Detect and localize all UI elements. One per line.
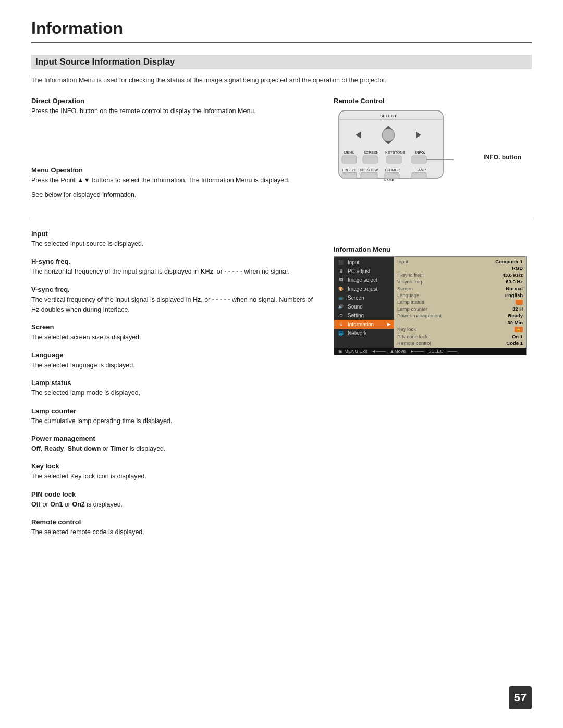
info-value-remote-ctrl: Code 1 (506, 340, 523, 346)
info-label-vsync: V-sync freq. (397, 279, 423, 285)
info-button-label: INFO. button (483, 154, 521, 161)
info-value-vsync: 60.0 Hz (506, 279, 523, 285)
bottom-bar-nav1: ◄—— (372, 349, 386, 354)
field-input-title: Input (31, 230, 318, 238)
svg-rect-12 (342, 156, 357, 163)
info-value-language: English (505, 292, 523, 298)
info-label-lamp-counter: Lamp counter (397, 306, 427, 312)
field-lamp-status-body: The selected lamp mode is displayed. (31, 388, 318, 398)
field-language: Language The selected language is displa… (31, 351, 318, 371)
menu-item-setting[interactable]: ⚙ Setting (334, 311, 394, 320)
svg-text:NO SHOW: NO SHOW (360, 168, 378, 172)
bottom-right: Information Menu ⬛ Input 🖥 PC adjust (334, 230, 532, 546)
info-row-hsync: H-sync freq. 43.6 KHz (397, 272, 523, 278)
field-language-title: Language (31, 351, 318, 359)
svg-rect-23 (385, 172, 399, 179)
field-lamp-counter-title: Lamp counter (31, 407, 318, 415)
key-lock-badge: 🔒 (515, 327, 523, 332)
info-row-rgb: RGB (397, 265, 523, 272)
direct-operation-title: Direct Operation (31, 97, 318, 105)
menu-item-screen-label: Screen (348, 295, 364, 301)
page-number: 57 (509, 686, 532, 709)
menu-item-info-label: Information (348, 322, 374, 327)
svg-text:INFO.: INFO. (415, 151, 425, 154)
field-power-mgmt-title: Power management (31, 435, 318, 442)
menu-item-network-label: Network (348, 330, 367, 336)
bottom-bar-menu: ▣ MENU Exit (338, 349, 368, 354)
field-vsync-body: The vertical frequency of the input sign… (31, 295, 318, 315)
arrow-right-icon: ▶ (387, 322, 391, 327)
menu-item-img-select-label: Image select (348, 277, 377, 283)
sound-icon: 🔊 (337, 304, 345, 309)
field-lamp-counter-body: The cumulative lamp operating time is di… (31, 416, 318, 426)
info-value-power-mgmt2: 30 Min (507, 319, 523, 325)
menu-item-network[interactable]: 🌐 Network (334, 329, 394, 338)
info-menu-screenshot: ⬛ Input 🖥 PC adjust 🖼 Image select � (334, 256, 527, 355)
menu-item-image-select[interactable]: 🖼 Image select (334, 276, 394, 285)
menu-item-image-adjust[interactable]: 🎨 Image adjust (334, 285, 394, 293)
info-row-input: Input Computer 1 (397, 258, 523, 265)
info-row-remote-ctrl: Remote control Code 1 (397, 340, 523, 347)
field-key-lock: Key lock The selected Key lock icon is d… (31, 462, 318, 482)
page-title: Information (31, 19, 532, 43)
direct-operation-body: Press the INFO. button on the remote con… (31, 106, 318, 116)
menu-body: ⬛ Input 🖥 PC adjust 🖼 Image select � (334, 257, 526, 348)
field-remote-control-body: The selected remote code is displayed. (31, 527, 318, 537)
setting-icon: ⚙ (337, 313, 345, 318)
field-input-body: The selected input source is displayed. (31, 239, 318, 249)
svg-text:MENU: MENU (344, 151, 355, 154)
menu-item-input[interactable]: ⬛ Input (334, 258, 394, 267)
lamp-status-indicator (516, 300, 523, 305)
info-label-input: Input (397, 258, 408, 264)
bottom-left: Input The selected input source is displ… (31, 230, 318, 546)
svg-rect-24 (412, 172, 426, 179)
image-adjust-icon: 🎨 (337, 286, 345, 291)
left-column: Direct Operation Press the INFO. button … (31, 97, 318, 208)
menu-item-img-adjust-label: Image adjust (348, 286, 377, 292)
field-pin-code-body: Off or On1 or On2 is displayed. (31, 500, 318, 510)
info-row-lamp-counter: Lamp counter 32 H (397, 305, 523, 312)
field-lamp-status-title: Lamp status (31, 379, 318, 387)
svg-text:LAMP: LAMP (416, 168, 426, 172)
field-input: Input The selected input source is displ… (31, 230, 318, 249)
field-key-lock-title: Key lock (31, 462, 318, 470)
menu-item-information[interactable]: ℹ Information ▶ (334, 320, 394, 329)
menu-operation-title: Menu Operation (31, 166, 318, 174)
svg-rect-13 (363, 156, 377, 163)
bottom-bar-move: ▲Move (389, 349, 406, 354)
menu-operation-section: Menu Operation Press the Point ▲▼ button… (31, 166, 318, 200)
info-value-rgb: RGB (512, 265, 523, 271)
right-column: Remote Control SELECT (334, 97, 532, 208)
image-select-icon: 🖼 (337, 277, 345, 282)
svg-point-7 (382, 129, 395, 141)
field-power-mgmt: Power management Off, Ready, Shut down o… (31, 435, 318, 454)
info-menu-label: Information Menu (334, 245, 532, 253)
info-value-screen: Normal (506, 286, 523, 291)
menu-item-sound-label: Sound (348, 304, 363, 310)
pc-adjust-icon: 🖥 (337, 268, 345, 274)
menu-item-pc-adjust[interactable]: 🖥 PC adjust (334, 267, 394, 276)
info-label-hsync: H-sync freq. (397, 272, 424, 278)
field-key-lock-body: The selected Key lock icon is displayed. (31, 472, 318, 482)
menu-operation-body2: See below for displayed information. (31, 190, 318, 200)
info-label-language: Language (397, 292, 419, 298)
field-vsync: V-sync freq. The vertical frequency of t… (31, 286, 318, 315)
field-hsync: H-sync freq. The horizontal frequency of… (31, 257, 318, 277)
field-lamp-counter: Lamp counter The cumulative lamp operati… (31, 407, 318, 426)
field-lamp-status: Lamp status The selected lamp mode is di… (31, 379, 318, 398)
info-value-input: Computer 1 (495, 258, 523, 264)
menu-item-sound[interactable]: 🔊 Sound (334, 302, 394, 311)
info-label-lamp-status: Lamp status (397, 299, 424, 305)
menu-item-screen[interactable]: 📺 Screen (334, 293, 394, 302)
menu-bottom-bar: ▣ MENU Exit ◄—— ▲Move ►—— SELECT —— (334, 348, 526, 355)
field-pin-code: PIN code lock Off or On1 or On2 is displ… (31, 490, 318, 510)
info-row-pin-code: PIN code lock On 1 (397, 333, 523, 340)
field-power-mgmt-body: Off, Ready, Shut down or Timer is displa… (31, 444, 318, 454)
field-screen-body: The selected screen size is displayed. (31, 332, 318, 342)
svg-text:KEYSTONE: KEYSTONE (385, 151, 405, 154)
info-label-key-lock: Key lock (397, 326, 416, 332)
page: Information Input Source Information Dis… (0, 0, 563, 728)
svg-rect-14 (387, 156, 401, 163)
input-icon: ⬛ (337, 260, 345, 265)
info-row-vsync: V-sync freq. 60.0 Hz (397, 278, 523, 285)
